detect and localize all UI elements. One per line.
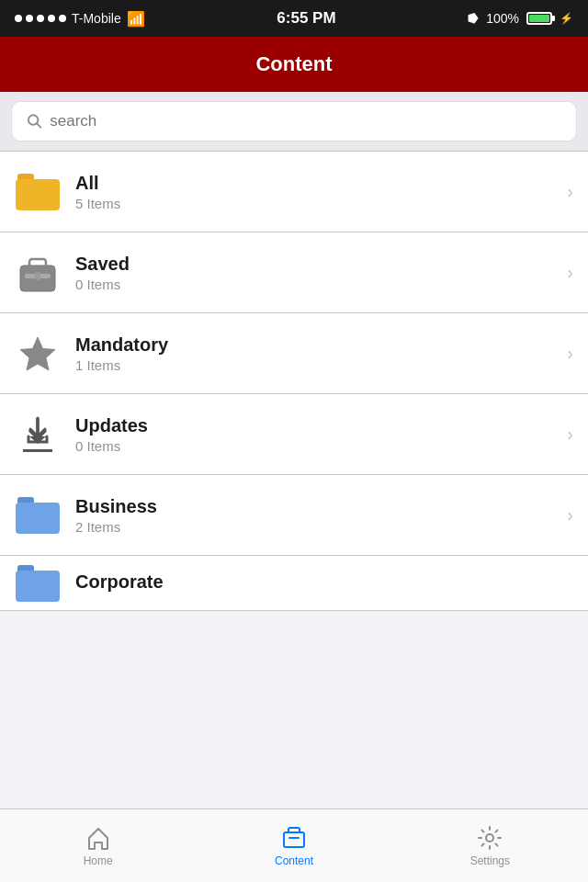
item-text-business: Business 2 Items [75, 496, 567, 535]
list-item-corporate[interactable]: Corporate [0, 556, 588, 611]
list-item-mandatory[interactable]: Mandatory 1 Items › [0, 313, 588, 394]
search-icon [27, 113, 42, 130]
chevron-icon: › [567, 262, 573, 283]
signal-dots [15, 15, 66, 22]
status-time: 6:55 PM [277, 9, 335, 28]
list-item-updates[interactable]: Updates 0 Items › [0, 394, 588, 475]
content-icon [281, 825, 307, 851]
item-subtitle-mandatory: 1 Items [75, 357, 567, 373]
tab-home-label: Home [84, 854, 113, 867]
briefcase-icon [15, 250, 61, 296]
tab-content-label: Content [275, 854, 313, 867]
status-left: T-Mobile 📶 [15, 10, 145, 28]
item-subtitle-updates: 0 Items [75, 438, 567, 454]
star-icon [15, 331, 61, 377]
svg-rect-5 [35, 272, 40, 280]
tab-content[interactable]: Content [196, 809, 391, 882]
svg-rect-8 [284, 832, 304, 847]
battery-percent: 100% [486, 11, 519, 26]
item-subtitle-all: 5 Items [75, 196, 567, 211]
item-title-all: All [75, 173, 567, 194]
settings-icon [477, 825, 503, 851]
folder-yellow-icon [15, 169, 61, 215]
tab-settings[interactable]: Settings [392, 809, 588, 882]
item-title-corporate: Corporate [75, 571, 573, 593]
list-item-saved[interactable]: Saved 0 Items › [0, 232, 588, 313]
tab-settings-label: Settings [470, 854, 510, 867]
battery-icon [526, 12, 552, 25]
folder-blue-business-icon [15, 492, 61, 538]
item-text-all: All 5 Items [75, 173, 567, 211]
item-text-updates: Updates 0 Items [75, 415, 567, 454]
chevron-icon: › [567, 504, 573, 526]
home-icon [85, 825, 111, 851]
item-text-corporate: Corporate [75, 571, 573, 594]
search-bar[interactable] [11, 101, 577, 141]
wifi-icon: 📶 [127, 10, 145, 28]
item-subtitle-business: 2 Items [75, 519, 567, 535]
charging-icon: ⚡ [560, 12, 573, 25]
folder-blue-corporate-icon [15, 560, 61, 606]
item-title-business: Business [75, 496, 567, 517]
carrier-label: T-Mobile [72, 11, 121, 26]
item-subtitle-saved: 0 Items [75, 277, 567, 292]
tab-bar: Home Content Settings [0, 808, 588, 882]
item-title-mandatory: Mandatory [75, 334, 567, 356]
download-icon [15, 412, 61, 458]
page-title: Content [255, 52, 332, 76]
content-list: All 5 Items › Saved 0 Items › Manda [0, 151, 588, 611]
chevron-icon: › [567, 424, 573, 445]
item-text-mandatory: Mandatory 1 Items [75, 334, 567, 373]
tab-home[interactable]: Home [0, 809, 196, 882]
search-input[interactable] [50, 112, 561, 130]
search-container [0, 92, 588, 151]
svg-point-10 [486, 834, 493, 842]
status-right: ⭓ 100% ⚡ [468, 11, 573, 26]
svg-marker-6 [20, 337, 55, 370]
item-title-saved: Saved [75, 254, 567, 275]
item-text-saved: Saved 0 Items [75, 254, 567, 292]
item-title-updates: Updates [75, 415, 567, 436]
page-header: Content [0, 37, 588, 92]
status-bar: T-Mobile 📶 6:55 PM ⭓ 100% ⚡ [0, 0, 588, 37]
chevron-icon: › [567, 343, 573, 364]
bluetooth-icon: ⭓ [468, 11, 479, 26]
list-item-all[interactable]: All 5 Items › [0, 152, 588, 232]
chevron-icon: › [567, 181, 573, 202]
list-item-business[interactable]: Business 2 Items › [0, 475, 588, 556]
svg-line-1 [37, 123, 40, 127]
